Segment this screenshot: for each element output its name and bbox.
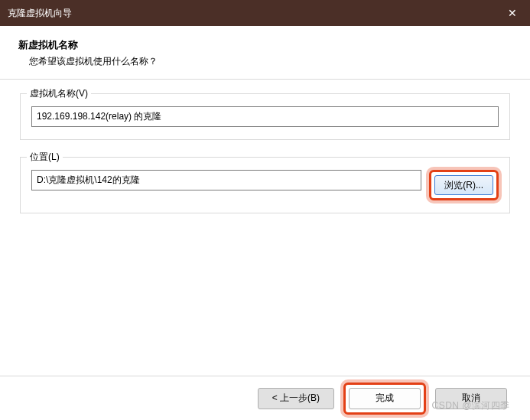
highlight-browse: 浏览(R)... [429, 170, 499, 200]
titlebar: 克隆虚拟机向导 ✕ [0, 0, 530, 26]
vm-name-input[interactable] [31, 106, 499, 127]
browse-button[interactable]: 浏览(R)... [434, 175, 493, 195]
vm-name-label: 虚拟机名称(V) [27, 87, 91, 100]
back-button[interactable]: < 上一步(B) [258, 388, 334, 409]
vm-name-group: 虚拟机名称(V) [20, 93, 510, 140]
wizard-footer: < 上一步(B) 完成 取消 CSDN @滨河四季 [0, 376, 530, 420]
wizard-subtitle: 您希望该虚拟机使用什么名称？ [18, 55, 512, 68]
close-icon: ✕ [508, 7, 517, 19]
cancel-button[interactable]: 取消 [435, 388, 507, 409]
location-label: 位置(L) [27, 151, 63, 164]
close-button[interactable]: ✕ [495, 0, 530, 26]
wizard-body: 虚拟机名称(V) 位置(L) 浏览(R)... [0, 80, 530, 305]
window-title: 克隆虚拟机向导 [8, 7, 72, 20]
finish-button[interactable]: 完成 [349, 388, 421, 409]
wizard-title: 新虚拟机名称 [18, 38, 512, 52]
wizard-header: 新虚拟机名称 您希望该虚拟机使用什么名称？ [0, 26, 530, 80]
location-input[interactable] [31, 170, 421, 190]
location-group: 位置(L) 浏览(R)... [20, 157, 510, 213]
highlight-finish: 完成 [343, 383, 426, 415]
